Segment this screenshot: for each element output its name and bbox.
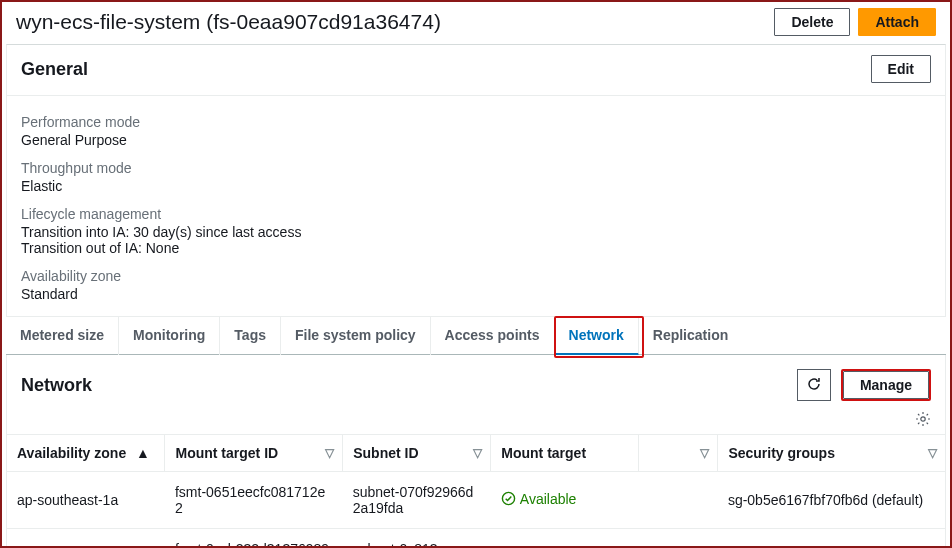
cell-subnet-id: subnet-0c813ceecc48008ba <box>343 529 491 549</box>
table-row[interactable]: ap-southeast-1a fsmt-0651eecfc081712e2 s… <box>7 472 945 529</box>
mount-targets-table: Availability zone ▲ Mount target ID ▽ Su… <box>7 434 945 548</box>
filter-icon[interactable]: ▽ <box>928 446 937 460</box>
availability-zone-value: Standard <box>21 286 931 302</box>
availability-zone-label: Availability zone <box>21 268 931 284</box>
status-badge: Available <box>501 491 577 507</box>
tab-replication[interactable]: Replication <box>639 317 742 355</box>
lifecycle-out-value: Transition out of IA: None <box>21 240 931 256</box>
tab-file-system-policy[interactable]: File system policy <box>281 317 431 355</box>
general-title: General <box>21 59 88 80</box>
throughput-mode-label: Throughput mode <box>21 160 931 176</box>
col-mount-target-label: Mount target ID <box>175 445 278 461</box>
cell-security-groups: sg-0b5e6167fbf70fb6d (default) <box>718 529 945 549</box>
cell-subnet-id: subnet-070f92966d2a19fda <box>343 472 491 529</box>
lifecycle-in-value: Transition into IA: 30 day(s) since last… <box>21 224 931 240</box>
tabs: Metered size Monitoring Tags File system… <box>6 317 946 355</box>
cell-mount-target-id: fsmt-0651eecfc081712e2 <box>165 472 343 529</box>
network-panel: Network Manage <box>6 355 946 548</box>
col-availability-zone-label: Availability zone <box>17 445 126 461</box>
page-title: wyn-ecs-file-system (fs-0eaa907cd91a3647… <box>16 10 441 34</box>
filter-icon[interactable]: ▽ <box>700 446 709 460</box>
col-state-label: Mount target <box>501 445 586 461</box>
tab-tags[interactable]: Tags <box>220 317 281 355</box>
check-circle-icon <box>501 491 516 506</box>
network-title: Network <box>21 375 92 396</box>
tab-network[interactable]: Network <box>555 317 639 355</box>
cell-mount-target-id: fsmt-0ccb232d313769897 <box>165 529 343 549</box>
col-ip[interactable]: ▽ <box>639 435 718 472</box>
tab-monitoring[interactable]: Monitoring <box>119 317 220 355</box>
col-sg-label: Security groups <box>728 445 835 461</box>
general-panel: General Edit Performance mode General Pu… <box>6 44 946 317</box>
attach-button[interactable]: Attach <box>858 8 936 36</box>
filter-icon[interactable]: ▽ <box>325 446 334 460</box>
svg-point-0 <box>921 417 925 421</box>
tab-access-points[interactable]: Access points <box>431 317 555 355</box>
settings-icon[interactable] <box>915 411 931 430</box>
edit-button[interactable]: Edit <box>871 55 931 83</box>
col-mount-target-state[interactable]: Mount target <box>491 435 639 472</box>
performance-mode-label: Performance mode <box>21 114 931 130</box>
throughput-mode-value: Elastic <box>21 178 931 194</box>
tab-metered-size[interactable]: Metered size <box>6 317 119 355</box>
cell-az: ap-southeast-1a <box>7 472 165 529</box>
performance-mode-value: General Purpose <box>21 132 931 148</box>
cell-az: ap-southeast-1b <box>7 529 165 549</box>
col-security-groups[interactable]: Security groups ▽ <box>718 435 945 472</box>
col-mount-target-id[interactable]: Mount target ID ▽ <box>165 435 343 472</box>
filter-icon[interactable]: ▽ <box>473 446 482 460</box>
refresh-icon <box>806 376 822 395</box>
refresh-button[interactable] <box>797 369 831 401</box>
status-text: Available <box>520 491 577 507</box>
table-row[interactable]: ap-southeast-1b fsmt-0ccb232d313769897 s… <box>7 529 945 549</box>
col-subnet-id[interactable]: Subnet ID ▽ <box>343 435 491 472</box>
manage-button[interactable]: Manage <box>843 371 929 399</box>
cell-security-groups: sg-0b5e6167fbf70fb6d (default) <box>718 472 945 529</box>
col-subnet-label: Subnet ID <box>353 445 418 461</box>
sort-asc-icon: ▲ <box>136 445 150 461</box>
delete-button[interactable]: Delete <box>774 8 850 36</box>
col-availability-zone[interactable]: Availability zone ▲ <box>7 435 165 472</box>
lifecycle-label: Lifecycle management <box>21 206 931 222</box>
